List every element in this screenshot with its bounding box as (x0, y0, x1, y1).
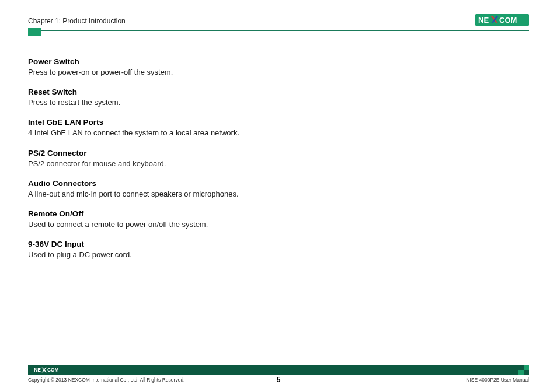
section-title: Intel GbE LAN Ports (28, 118, 378, 127)
section-audio: Audio Connectors A line-out and mic-in p… (28, 179, 378, 200)
content-body: Power Switch Press to power-on or power-… (28, 57, 378, 260)
section-title: Reset Switch (28, 88, 378, 96)
section-power-switch: Power Switch Press to power-on or power-… (28, 57, 378, 78)
section-title: 9-36V DC Input (28, 240, 378, 249)
section-dc-input: 9-36V DC Input Used to plug a DC power c… (28, 240, 378, 260)
svg-text:COM: COM (499, 16, 517, 24)
section-reset-switch: Reset Switch Press to restart the system… (28, 88, 378, 108)
nexcom-logo-footer-icon: NE COM (32, 366, 67, 373)
footer-bar: NE COM (28, 365, 529, 375)
section-title: PS/2 Connector (28, 149, 378, 158)
section-remote: Remote On/Off Used to connect a remote t… (28, 209, 378, 230)
section-body: Used to connect a remote to power on/off… (28, 219, 378, 230)
section-ps2: PS/2 Connector PS/2 connector for mouse … (28, 149, 378, 169)
section-body: Press to power-on or power-off the syste… (28, 67, 378, 78)
section-title: Power Switch (28, 57, 378, 66)
svg-text:NE: NE (34, 367, 41, 373)
copyright-text: Copyright © 2013 NEXCOM International Co… (28, 377, 184, 383)
page-container: Chapter 1: Product Introduction NE COM P… (0, 0, 557, 392)
section-body: Used to plug a DC power cord. (28, 250, 378, 260)
section-body: 4 Intel GbE LAN to connect the system to… (28, 128, 378, 138)
section-body: PS/2 connector for mouse and keyboard. (28, 159, 378, 169)
section-lan-ports: Intel GbE LAN Ports 4 Intel GbE LAN to c… (28, 118, 378, 138)
section-title: Audio Connectors (28, 179, 378, 188)
footer-accent-squares (518, 365, 529, 375)
divider-line (28, 30, 529, 31)
header-divider (28, 30, 529, 31)
section-body: A line-out and mic-in port to connect sp… (28, 189, 378, 200)
page-footer: NE COM Copyright © 2013 NEXCOM Internati… (28, 365, 529, 383)
nexcom-logo-icon: NE COM (475, 14, 529, 26)
svg-text:NE: NE (478, 16, 489, 24)
page-number: 5 (277, 376, 281, 384)
manual-name: NISE 4000P2E User Manual (466, 377, 529, 383)
footer-meta: Copyright © 2013 NEXCOM International Co… (28, 377, 529, 383)
chapter-title: Chapter 1: Product Introduction (28, 17, 126, 25)
accent-square (28, 28, 41, 36)
brand-logo-top: NE COM (475, 14, 529, 28)
section-title: Remote On/Off (28, 209, 378, 218)
page-header: Chapter 1: Product Introduction NE COM (28, 14, 529, 28)
svg-text:COM: COM (47, 367, 59, 373)
section-body: Press to restart the system. (28, 97, 378, 108)
